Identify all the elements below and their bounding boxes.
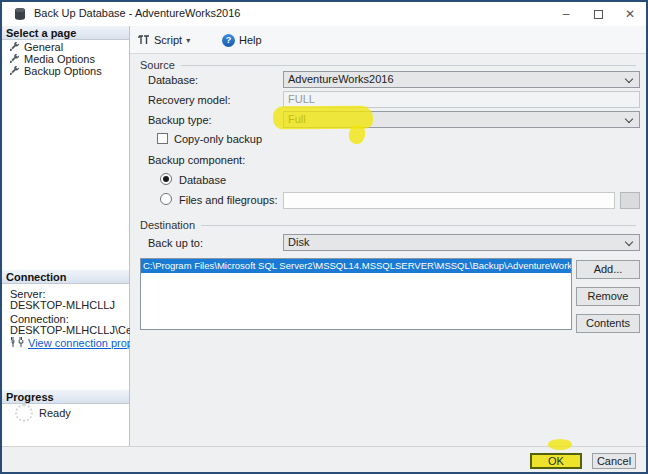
database-label: Database: (148, 74, 198, 86)
files-filegroups-radio[interactable] (160, 193, 172, 205)
backup-type-label: Backup type: (148, 114, 212, 126)
back-up-to-combo-value: Disk (288, 236, 309, 248)
main-panel: Script ▾ ? Help Source Database: Adventu… (130, 26, 646, 446)
help-icon: ? (222, 34, 235, 47)
footer-bar: OK Cancel (2, 446, 646, 472)
sidebar-item-media-options[interactable]: Media Options (10, 53, 95, 65)
database-radio[interactable] (160, 173, 172, 185)
add-button[interactable]: Add... (576, 260, 640, 279)
maximize-button[interactable] (582, 2, 614, 26)
minimize-icon: – (563, 7, 570, 21)
sidebar-item-label: General (24, 41, 63, 53)
sidebar-item-backup-options[interactable]: Backup Options (10, 65, 102, 77)
backup-destinations-list[interactable]: C:\Program Files\Microsoft SQL Server2\M… (140, 258, 572, 330)
sidebar: Select a page General Media Options Back… (2, 26, 130, 446)
chevron-down-icon (625, 75, 633, 83)
back-up-to-combo[interactable]: Disk (283, 234, 640, 251)
database-combo-value: AdventureWorks2016 (288, 73, 394, 85)
cancel-button[interactable]: Cancel (592, 453, 636, 469)
script-dropdown-icon[interactable]: ▾ (186, 36, 190, 45)
close-button[interactable]: ✕ (614, 2, 646, 26)
copy-only-backup-label: Copy-only backup (174, 133, 262, 145)
sidebar-item-label: Media Options (24, 53, 95, 65)
destination-group-header: Destination (140, 219, 636, 231)
wrench-icon (10, 42, 20, 52)
wrench-icon (10, 54, 20, 64)
database-icon (13, 7, 27, 21)
script-icon (138, 34, 150, 46)
source-group-label: Source (140, 59, 175, 71)
server-value: DESKTOP-MLHCLLJ (10, 299, 115, 311)
backup-database-dialog: Back Up Database - AdventureWorks2016 – … (0, 0, 648, 474)
ok-button[interactable]: OK (530, 453, 582, 469)
toolbar: Script ▾ ? Help (130, 26, 646, 54)
wrench-icon (10, 66, 20, 76)
connection-header: Connection (2, 270, 129, 284)
chevron-down-icon (625, 115, 633, 123)
backup-path-item-selected[interactable]: C:\Program Files\Microsoft SQL Server2\M… (141, 259, 571, 273)
database-combo[interactable]: AdventureWorks2016 (283, 71, 640, 88)
recovery-model-label: Recovery model: (148, 94, 231, 106)
group-divider (181, 65, 636, 66)
connection-properties-icon (10, 336, 24, 348)
contents-button[interactable]: Contents (576, 314, 640, 333)
progress-status: Ready (39, 407, 71, 419)
source-group-header: Source (140, 59, 636, 71)
chevron-down-icon (625, 238, 633, 246)
progress-header: Progress (2, 390, 129, 404)
files-filegroups-field[interactable] (283, 192, 615, 209)
files-filegroups-label: Files and filegroups: (179, 194, 277, 206)
backup-type-combo[interactable]: Full (283, 111, 640, 128)
maximize-icon (594, 10, 603, 19)
connection-value: DESKTOP-MLHCLLJ\Celal (10, 324, 143, 336)
back-up-to-label: Back up to: (148, 237, 203, 249)
close-icon: ✕ (625, 7, 635, 21)
sidebar-item-general[interactable]: General (10, 41, 63, 53)
copy-only-backup-checkbox[interactable] (157, 133, 168, 144)
script-label: Script (154, 34, 182, 46)
backup-type-combo-value: Full (288, 113, 306, 125)
recovery-model-value: FULL (288, 93, 315, 105)
remove-button[interactable]: Remove (576, 287, 640, 306)
window-title: Back Up Database - AdventureWorks2016 (34, 7, 240, 19)
recovery-model-field: FULL (283, 91, 640, 108)
script-button[interactable]: Script ▾ (138, 31, 190, 49)
backup-component-label: Backup component: (148, 154, 245, 166)
sidebar-item-label: Backup Options (24, 65, 102, 77)
browse-button[interactable] (620, 192, 640, 209)
help-button[interactable]: ? Help (222, 31, 262, 49)
group-divider (201, 225, 636, 226)
select-a-page-header: Select a page (2, 26, 129, 40)
help-label: Help (239, 34, 262, 46)
progress-spinner-icon (15, 404, 33, 422)
title-bar: Back Up Database - AdventureWorks2016 – … (2, 2, 646, 26)
minimize-button[interactable]: – (550, 2, 582, 26)
database-radio-label: Database (179, 174, 226, 186)
destination-group-label: Destination (140, 219, 195, 231)
